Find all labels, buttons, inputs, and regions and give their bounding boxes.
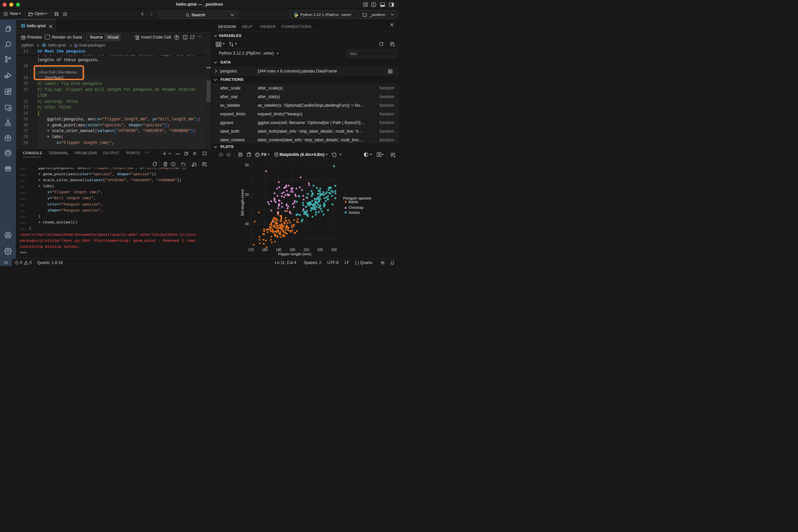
svg-text:190: 190 [276,248,281,251]
svg-text:c: c [181,164,182,167]
svg-text:Adelie: Adelie [348,200,358,204]
svg-text:Chinstrap: Chinstrap [348,205,363,209]
svg-text:Bill length (mm): Bill length (mm) [241,189,244,215]
svg-text:210: 210 [303,248,309,251]
svg-text:200: 200 [290,248,295,251]
svg-text:170: 170 [248,248,254,251]
svg-text:40: 40 [245,222,249,226]
svg-text:Flipper length (mm): Flipper length (mm) [278,252,311,256]
svg-text:230: 230 [331,248,337,251]
svg-text:ab: ab [181,162,184,164]
svg-text:180: 180 [262,248,267,251]
svg-text:220: 220 [317,248,323,251]
svg-text:50: 50 [245,192,249,196]
svg-text:60: 60 [245,163,249,167]
svg-text:Gentoo: Gentoo [348,210,360,214]
